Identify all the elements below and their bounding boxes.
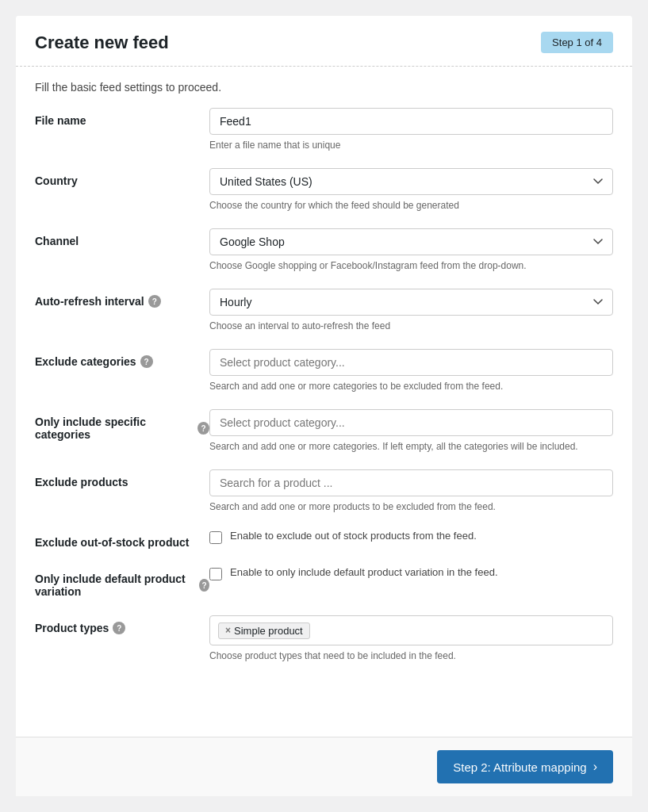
channel-label: Channel (35, 228, 209, 247)
product-types-field: × Simple product Choose product types th… (209, 615, 613, 661)
country-hint: Choose the country for which the feed sh… (209, 200, 613, 211)
form-body: File name Enter a file name that is uniq… (16, 108, 632, 737)
country-select[interactable]: United States (US) United Kingdom (UK) C… (209, 168, 613, 195)
file-name-row: File name Enter a file name that is uniq… (35, 108, 613, 151)
exclude-out-of-stock-checkbox[interactable] (209, 531, 222, 544)
exclude-out-of-stock-row: Exclude out-of-stock product Enable to e… (35, 530, 613, 549)
include-default-variation-hint: Enable to only include default product v… (230, 566, 498, 578)
exclude-products-label: Exclude products (35, 469, 209, 488)
channel-field: Google Shop Facebook / Instagram Choose … (209, 228, 613, 271)
auto-refresh-help-icon[interactable]: ? (148, 295, 161, 308)
main-card: Create new feed Step 1 of 4 Fill the bas… (16, 16, 632, 796)
product-types-hint: Choose product types that need to be inc… (209, 650, 613, 661)
exclude-products-field: Search and add one or more products to b… (209, 469, 613, 512)
exclude-products-row: Exclude products Search and add one or m… (35, 469, 613, 512)
step-badge: Step 1 of 4 (541, 32, 613, 53)
product-types-help-icon[interactable]: ? (113, 622, 125, 634)
include-default-variation-field: Enable to only include default product v… (209, 566, 613, 580)
auto-refresh-field: Hourly Daily Weekly Choose an interval t… (209, 289, 613, 331)
exclude-categories-input[interactable] (209, 349, 613, 376)
file-name-label: File name (35, 108, 209, 127)
tag-remove-icon[interactable]: × (225, 625, 231, 636)
country-row: Country United States (US) United Kingdo… (35, 168, 613, 211)
channel-select[interactable]: Google Shop Facebook / Instagram (209, 228, 613, 255)
auto-refresh-row: Auto-refresh interval ? Hourly Daily Wee… (35, 289, 613, 331)
exclude-categories-label: Exclude categories ? (35, 349, 209, 368)
channel-hint: Choose Google shopping or Facebook/Insta… (209, 260, 613, 271)
include-categories-row: Only include specific categories ? Searc… (35, 409, 613, 452)
exclude-out-of-stock-label: Exclude out-of-stock product (35, 530, 209, 549)
include-categories-help-icon[interactable]: ? (197, 422, 209, 435)
product-types-input[interactable]: × Simple product (209, 615, 613, 645)
auto-refresh-label: Auto-refresh interval ? (35, 289, 209, 308)
exclude-out-of-stock-checkbox-row: Enable to exclude out of stock products … (209, 530, 613, 544)
exclude-products-hint: Search and add one or more products to b… (209, 501, 613, 512)
file-name-hint: Enter a file name that is unique (209, 140, 613, 151)
product-type-tag-simple: × Simple product (218, 622, 310, 639)
card-header: Create new feed Step 1 of 4 (16, 16, 632, 67)
include-categories-label: Only include specific categories ? (35, 409, 209, 441)
exclude-categories-field: Search and add one or more categories to… (209, 349, 613, 392)
include-default-variation-checkbox-row: Enable to only include default product v… (209, 566, 613, 580)
include-categories-field: Search and add one or more categories. I… (209, 409, 613, 452)
product-types-label: Product types ? (35, 615, 209, 634)
chevron-right-icon: › (593, 760, 597, 774)
include-default-variation-checkbox[interactable] (209, 568, 222, 580)
auto-refresh-select[interactable]: Hourly Daily Weekly (209, 289, 613, 316)
channel-row: Channel Google Shop Facebook / Instagram… (35, 228, 613, 271)
file-name-field: Enter a file name that is unique (209, 108, 613, 151)
include-default-variation-label: Only include default product variation ? (35, 566, 209, 598)
include-default-variation-help-icon[interactable]: ? (199, 579, 209, 592)
page-title: Create new feed (35, 33, 169, 53)
include-categories-input[interactable] (209, 409, 613, 436)
exclude-categories-help-icon[interactable]: ? (140, 355, 153, 368)
exclude-products-input[interactable] (209, 469, 613, 496)
auto-refresh-hint: Choose an interval to auto-refresh the f… (209, 320, 613, 331)
next-button[interactable]: Step 2: Attribute mapping › (437, 750, 613, 783)
exclude-out-of-stock-hint: Enable to exclude out of stock products … (230, 530, 477, 542)
exclude-out-of-stock-field: Enable to exclude out of stock products … (209, 530, 613, 544)
file-name-input[interactable] (209, 108, 613, 135)
country-label: Country (35, 168, 209, 187)
country-field: United States (US) United Kingdom (UK) C… (209, 168, 613, 211)
card-subtitle: Fill the basic feed settings to proceed. (16, 67, 632, 108)
include-categories-hint: Search and add one or more categories. I… (209, 441, 613, 452)
exclude-categories-row: Exclude categories ? Search and add one … (35, 349, 613, 392)
exclude-categories-hint: Search and add one or more categories to… (209, 381, 613, 392)
card-footer: Step 2: Attribute mapping › (16, 737, 632, 796)
next-button-label: Step 2: Attribute mapping (453, 760, 586, 774)
page-wrapper: Create new feed Step 1 of 4 Fill the bas… (16, 16, 632, 796)
include-default-variation-row: Only include default product variation ?… (35, 566, 613, 598)
product-types-row: Product types ? × Simple product Choose … (35, 615, 613, 661)
